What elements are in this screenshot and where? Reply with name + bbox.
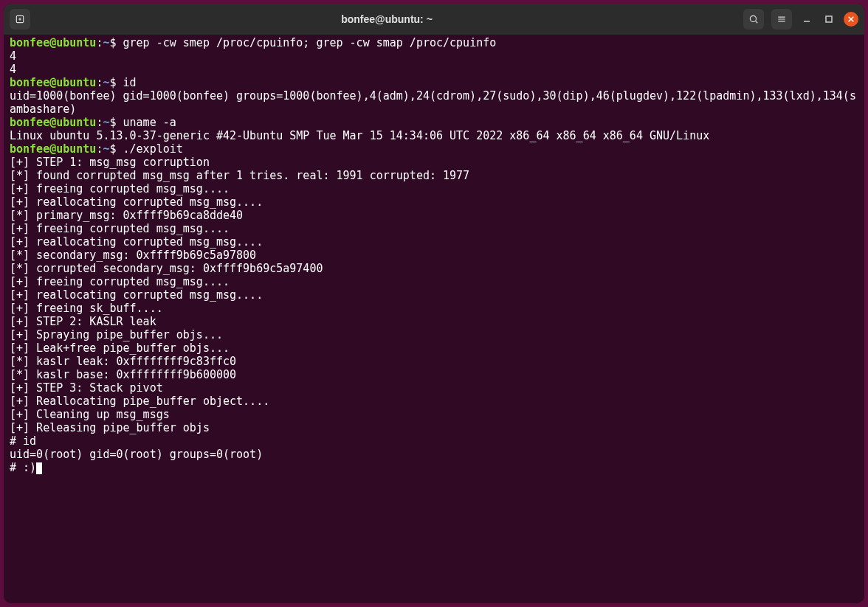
output-line: [+] Reallocating pipe_buffer object.... (10, 395, 858, 408)
output-line: [+] reallocating corrupted msg_msg.... (10, 288, 858, 302)
output-line: Linux ubuntu 5.13.0-37-generic #42-Ubunt… (10, 129, 858, 142)
output-text: [+] freeing sk_buff.... (10, 302, 163, 315)
output-text: [+] freeing corrupted msg_msg.... (10, 222, 230, 235)
output-line: 4 (10, 49, 858, 63)
output-line: [*] primary_msg: 0xffff9b69ca8dde40 (10, 209, 858, 222)
prompt-symbol: $ (109, 76, 123, 89)
new-tab-button[interactable] (10, 9, 30, 30)
output-line: [*] kaslr leak: 0xffffffff9c83ffc0 (10, 355, 858, 368)
minimize-icon (802, 15, 811, 24)
output-text: # id (10, 434, 36, 448)
prompt-user-host: bonfee@ubuntu (10, 36, 96, 49)
prompt-symbol: $ (109, 142, 123, 156)
prompt-symbol: $ (109, 116, 123, 129)
terminal-window: bonfee@ubuntu: ~ bonfee@ubuntu:~$ grep -… (4, 4, 864, 603)
prompt-symbol: $ (109, 36, 123, 49)
terminal-body[interactable]: bonfee@ubuntu:~$ grep -cw smep /proc/cpu… (4, 35, 864, 603)
output-line: [*] found corrupted msg_msg after 1 trie… (10, 169, 858, 182)
output-text: [+] reallocating corrupted msg_msg.... (10, 235, 263, 249)
output-text: [+] freeing corrupted msg_msg.... (10, 275, 230, 288)
output-text: [+] STEP 2: KASLR leak (10, 315, 156, 328)
search-icon (748, 14, 759, 24)
output-line: [+] freeing corrupted msg_msg.... (10, 275, 858, 288)
output-text: [+] Releasing pipe_buffer objs (10, 421, 210, 434)
output-line: [+] Cleaning up msg_msgs (10, 408, 858, 421)
output-line: [+] freeing corrupted msg_msg.... (10, 182, 858, 195)
hamburger-icon (776, 14, 787, 24)
close-icon (847, 15, 855, 23)
output-text: uid=0(root) gid=0(root) groups=0(root) (10, 448, 263, 461)
output-line: uid=0(root) gid=0(root) groups=0(root) (10, 448, 858, 461)
prompt-line: bonfee@ubuntu:~$ grep -cw smep /proc/cpu… (10, 36, 858, 49)
output-text: [*] found corrupted msg_msg after 1 trie… (10, 169, 469, 182)
close-button[interactable] (844, 12, 858, 27)
output-line: # id (10, 434, 858, 448)
output-line: [+] freeing sk_buff.... (10, 302, 858, 315)
output-text: [+] Leak+free pipe_buffer objs... (10, 341, 230, 355)
titlebar-right-controls (743, 9, 858, 30)
titlebar: bonfee@ubuntu: ~ (4, 4, 864, 35)
prompt-user-host: bonfee@ubuntu (10, 142, 96, 156)
output-line: [+] STEP 2: KASLR leak (10, 315, 858, 328)
output-text: [+] STEP 3: Stack pivot (10, 381, 163, 395)
output-text: [+] STEP 1: msg_msg corruption (10, 156, 210, 169)
output-text: [*] kaslr leak: 0xffffffff9c83ffc0 (10, 355, 236, 368)
command-text: id (123, 76, 137, 89)
output-text: [+] freeing corrupted msg_msg.... (10, 182, 230, 195)
new-tab-icon (15, 14, 25, 24)
output-text: [*] corrupted secondary_msg: 0xffff9b69c… (10, 262, 323, 275)
svg-rect-9 (826, 16, 832, 22)
minimize-button[interactable] (799, 12, 814, 27)
cursor (36, 462, 42, 474)
menu-button[interactable] (771, 9, 792, 30)
command-text: ./exploit (123, 142, 183, 156)
command-text: grep -cw smep /proc/cpuinfo; grep -cw sm… (123, 36, 497, 49)
output-text: [+] reallocating corrupted msg_msg.... (10, 288, 263, 302)
output-line: [+] Leak+free pipe_buffer objs... (10, 341, 858, 355)
maximize-icon (824, 15, 833, 24)
output-text: Linux ubuntu 5.13.0-37-generic #42-Ubunt… (10, 129, 709, 142)
prompt-line: bonfee@ubuntu:~$ uname -a (10, 116, 858, 129)
command-text: uname -a (123, 116, 176, 129)
prompt-line: bonfee@ubuntu:~$ id (10, 76, 858, 89)
search-button[interactable] (743, 9, 764, 30)
output-line: [*] kaslr base: 0xffffffff9b600000 (10, 368, 858, 381)
output-text: 4 (10, 49, 16, 63)
output-line: [+] reallocating corrupted msg_msg.... (10, 235, 858, 249)
output-line: [+] reallocating corrupted msg_msg.... (10, 195, 858, 209)
output-line: [*] secondary_msg: 0xffff9b69c5a97800 (10, 249, 858, 262)
output-line: [+] Spraying pipe_buffer objs... (10, 328, 858, 341)
maximize-button[interactable] (822, 12, 836, 27)
prompt-line: bonfee@ubuntu:~$ ./exploit (10, 142, 858, 156)
output-line: [+] Releasing pipe_buffer objs (10, 421, 858, 434)
output-text: [+] Cleaning up msg_msgs (10, 408, 170, 421)
window-title: bonfee@ubuntu: ~ (36, 13, 737, 25)
output-text: 4 (10, 63, 16, 76)
titlebar-left-controls (10, 9, 30, 30)
prompt-user-host: bonfee@ubuntu (10, 76, 96, 89)
svg-line-4 (756, 21, 758, 24)
output-line: [*] corrupted secondary_msg: 0xffff9b69c… (10, 262, 858, 275)
output-text: [+] Spraying pipe_buffer objs... (10, 328, 223, 341)
root-prompt-text: # :) (10, 461, 36, 474)
output-line: uid=1000(bonfee) gid=1000(bonfee) groups… (10, 89, 858, 116)
output-line: # :) (10, 461, 858, 474)
output-text: [+] reallocating corrupted msg_msg.... (10, 195, 263, 209)
output-text: [+] Reallocating pipe_buffer object.... (10, 395, 269, 408)
prompt-user-host: bonfee@ubuntu (10, 116, 96, 129)
output-line: [+] STEP 1: msg_msg corruption (10, 156, 858, 169)
output-line: [+] freeing corrupted msg_msg.... (10, 222, 858, 235)
output-line: [+] STEP 3: Stack pivot (10, 381, 858, 395)
output-text: [*] primary_msg: 0xffff9b69ca8dde40 (10, 209, 243, 222)
output-text: [*] secondary_msg: 0xffff9b69c5a97800 (10, 249, 256, 262)
output-text: uid=1000(bonfee) gid=1000(bonfee) groups… (10, 89, 856, 116)
output-line: 4 (10, 63, 858, 76)
output-text: [*] kaslr base: 0xffffffff9b600000 (10, 368, 236, 381)
svg-point-3 (750, 15, 756, 21)
